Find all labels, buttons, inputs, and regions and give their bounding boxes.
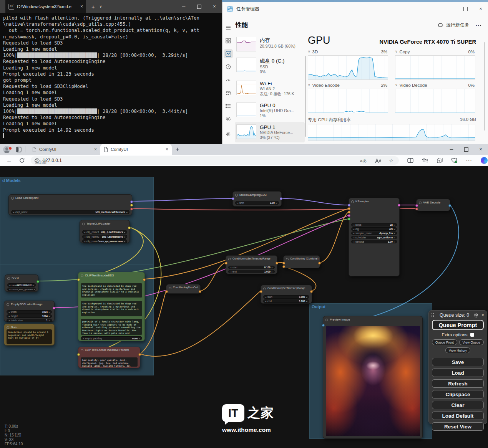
settings-gear-icon[interactable]: [224, 129, 233, 139]
input-port-vae[interactable]: [415, 208, 418, 210]
input-port-images[interactable]: [322, 324, 325, 327]
maximize-button[interactable]: [191, 0, 207, 13]
input-port-seed[interactable]: [348, 218, 350, 220]
favorite-star-icon[interactable]: ☆: [389, 158, 393, 164]
increment-arrow[interactable]: ▸: [394, 236, 395, 239]
tab-close-icon[interactable]: ×: [94, 147, 97, 152]
increment-arrow[interactable]: ▸: [124, 231, 125, 233]
browser-tab-2-active[interactable]: ComfyUI ×: [100, 144, 172, 155]
widget-control-after-generate[interactable]: ◂control_after_generatefixed▸: [7, 288, 36, 291]
details-icon[interactable]: [224, 101, 233, 111]
decrement-arrow[interactable]: ◂: [265, 296, 266, 298]
decrement-arrow[interactable]: ◂: [9, 284, 10, 286]
negative-prompt-text[interactable]: bad quality, poor quality, dull, disfigu…: [81, 357, 138, 367]
widget-batch-size[interactable]: ◂batch_size1▸: [7, 319, 52, 322]
queue-front-button[interactable]: Queue Front: [432, 339, 457, 345]
minimize-button[interactable]: ─: [444, 144, 459, 155]
node-conditioning-zero-out[interactable]: ConditioningZeroOut: [166, 284, 201, 294]
split-screen-icon[interactable]: [407, 158, 413, 163]
input-port-samples[interactable]: [415, 204, 418, 207]
input-port-clip[interactable]: [77, 353, 80, 356]
output-port-latent[interactable]: [398, 204, 400, 207]
widget-end[interactable]: ◂end1.000▸: [228, 270, 275, 273]
tab-close-icon[interactable]: ×: [166, 147, 168, 152]
node-note[interactable]: Note Resolution should be around 1 megap…: [4, 324, 55, 346]
widget-steps[interactable]: ◂steps28▸: [351, 223, 397, 226]
terminal-tab[interactable]: C:\ C:\Windows\system32\cmd.e ×: [5, 0, 86, 13]
increment-arrow[interactable]: ▸: [394, 223, 395, 226]
new-tab-button[interactable]: +: [176, 146, 179, 153]
drag-handle-icon[interactable]: [431, 313, 434, 317]
chevron-down-icon[interactable]: ∨: [395, 83, 398, 88]
increment-arrow[interactable]: ▸: [49, 315, 50, 317]
clipspace-button[interactable]: Clipspace: [432, 390, 484, 398]
chevron-down-icon[interactable]: ∨: [308, 50, 310, 54]
comfyui-canvas[interactable]: d Models Output: [0, 166, 488, 448]
widget-cfg[interactable]: ◂cfg4.5▸: [351, 227, 397, 231]
view-history-button[interactable]: View History: [445, 347, 470, 353]
increment-arrow[interactable]: ▸: [124, 240, 125, 243]
output-port-conditioning[interactable]: [310, 290, 313, 293]
decrement-arrow[interactable]: ◂: [353, 240, 354, 243]
sidebar-item-gpu0[interactable]: GPU 0Intel(R) UHD Gra...1%: [235, 100, 305, 121]
workspaces-icon[interactable]: [16, 147, 22, 152]
decrement-arrow[interactable]: ◂: [8, 315, 10, 317]
increment-arrow[interactable]: ▸: [306, 296, 307, 298]
refresh-button[interactable]: Refresh: [432, 379, 484, 388]
widget-empty-padding[interactable]: ◂empty_paddingnone▸: [81, 336, 142, 340]
minimize-button[interactable]: ─: [442, 2, 458, 15]
widget-start[interactable]: ◂start0.000▸: [263, 295, 309, 299]
output-port-seed[interactable]: [37, 280, 39, 283]
processes-icon[interactable]: [224, 36, 233, 45]
decrement-arrow[interactable]: ◂: [84, 231, 85, 233]
browser-menu-icon[interactable]: ···: [466, 158, 472, 164]
widget-height[interactable]: ◂height1024▸: [7, 314, 52, 318]
decrement-arrow[interactable]: ◂: [13, 211, 14, 213]
translate-icon[interactable]: aあ: [360, 158, 367, 164]
increment-arrow[interactable]: ▸: [124, 235, 125, 238]
output-port-conditioning[interactable]: [143, 278, 146, 281]
output-port-conditioning[interactable]: [199, 290, 201, 293]
close-button[interactable]: ×: [473, 2, 488, 15]
input-port-conditioning[interactable]: [225, 262, 227, 265]
queue-prompt-button[interactable]: Queue Prompt: [432, 320, 484, 330]
widget-scheduler[interactable]: ◂schedulersgm_uniform▸: [351, 236, 397, 239]
decrement-arrow[interactable]: ◂: [265, 300, 266, 303]
clear-button[interactable]: Clear: [432, 401, 484, 409]
widget-sampler_name[interactable]: ◂sampler_namedpmpp_2m▸: [351, 231, 397, 235]
node-preview-image[interactable]: Preview Image: [323, 316, 423, 439]
browser-tab-1[interactable]: ComfyUI ×: [29, 144, 100, 155]
input-port-negative[interactable]: [348, 211, 350, 213]
favorites-icon[interactable]: [422, 158, 428, 163]
input-port-positive[interactable]: [348, 207, 350, 210]
widget-shift[interactable]: ◂shift3.00▸: [235, 201, 279, 205]
node-seed[interactable]: Seed ◂value845512852412824▸ ◂control_aft…: [5, 274, 38, 292]
decrement-arrow[interactable]: ◂: [8, 311, 10, 313]
prompt-text-t5[interactable]: portrait of a female character with long…: [81, 319, 142, 335]
copilot-icon[interactable]: [481, 157, 488, 164]
node-triple-clip-loader[interactable]: TripleCLIPLoader ◂clip_name1clip_g.safet…: [80, 220, 130, 243]
chevron-down-icon[interactable]: ∨: [395, 50, 398, 54]
decrement-arrow[interactable]: ◂: [353, 228, 354, 230]
node-model-sampling-sd3[interactable]: ModelSamplingSD3 ◂shift3.00▸: [232, 191, 282, 207]
tab-dropdown-icon[interactable]: ∨: [100, 5, 102, 8]
run-new-task-button[interactable]: 运行新任务: [435, 20, 473, 30]
decrement-arrow[interactable]: ◂: [237, 202, 238, 204]
note-text[interactable]: Resolution should be around 1 megapixel …: [7, 329, 52, 344]
node-clip-text-encode-negative[interactable]: CLIP Text Encode (Negative Prompt) bad q…: [78, 347, 140, 368]
widget-clip_name3[interactable]: ◂clip_name3t5xxl_fp8_e4m3fn.safetensors▸: [82, 239, 127, 243]
output-port-model[interactable]: [280, 197, 282, 200]
extra-options-checkbox[interactable]: [470, 333, 474, 337]
decrement-arrow[interactable]: ◂: [353, 223, 354, 226]
widget-value[interactable]: ◂value845512852412824▸: [7, 283, 36, 287]
node-conditioning-set-timestep-range-1[interactable]: ConditioningSetTimestepRange ◂start0.100…: [226, 255, 277, 274]
collections-icon[interactable]: [437, 158, 443, 163]
output-port-clip[interactable]: [130, 204, 133, 207]
increment-arrow[interactable]: ▸: [34, 288, 35, 291]
increment-arrow[interactable]: ▸: [276, 202, 277, 204]
reset-view-button[interactable]: Reset View: [432, 422, 484, 431]
increment-arrow[interactable]: ▸: [306, 300, 307, 303]
prompt-text-l[interactable]: the background is dominated by deep red …: [81, 301, 142, 316]
decrement-arrow[interactable]: ◂: [83, 337, 84, 340]
decrement-arrow[interactable]: ◂: [230, 270, 231, 273]
